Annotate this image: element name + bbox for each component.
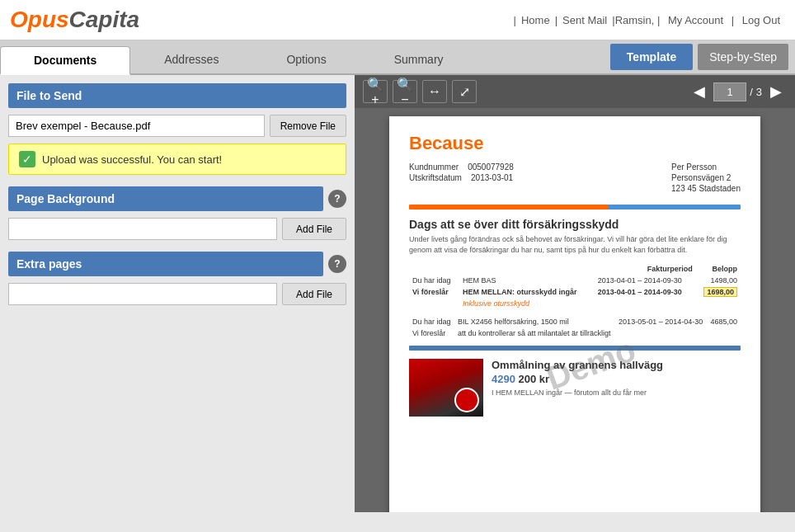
nav-log-out[interactable]: Log Out <box>737 14 785 26</box>
preview-page: Because Kundnummer 0050077928 Utskriftsd… <box>389 116 760 512</box>
file-input-row: Remove File <box>8 115 346 137</box>
table-row: Du har idag HEM BAS 2013-04-01 – 2014-09… <box>409 275 741 286</box>
doc-ad-heading: Ommålning av grannens hallvägg 4290 200 … <box>492 359 663 387</box>
tab-summary[interactable]: Summary <box>360 45 477 73</box>
doc-subtext: Under livets gång förändras ock så behov… <box>409 234 741 255</box>
table-row: Du har idag BIL X2456 helförsäkring, 150… <box>409 316 741 327</box>
doc-table1-col2 <box>459 263 595 275</box>
doc-image <box>409 359 483 417</box>
doc-table1-r1c4: 1498,00 <box>696 275 741 286</box>
total-pages: 3 <box>756 86 762 98</box>
doc-table1-col4: Belopp <box>696 263 741 275</box>
table-row: Vi föreslår att du kontrollerar så att m… <box>409 327 741 339</box>
extra-pages-help-icon[interactable]: ? <box>328 255 346 273</box>
doc-table1-r1c3: 2013-04-01 – 2014-09-30 <box>595 275 696 286</box>
extra-pages-header-row: Extra pages ? <box>8 252 346 276</box>
doc-table2-r1c1: Du har idag <box>409 316 454 327</box>
doc-table1-r2c2: HEM MELLAN: otursskydd ingår <box>459 286 595 298</box>
page-background-add-button[interactable]: Add File <box>282 218 346 240</box>
preview-content: Because Kundnummer 0050077928 Utskriftsd… <box>355 108 795 512</box>
tab-options[interactable]: Options <box>252 45 360 73</box>
doc-table1-r3c2: Inklusive otursskydd <box>459 298 595 309</box>
remove-file-button[interactable]: Remove File <box>270 115 346 137</box>
doc-blue-bar <box>409 346 741 351</box>
file-name-input[interactable] <box>8 115 265 137</box>
doc-table1-r2c3: 2013-04-01 – 2014-09-30 <box>595 286 696 298</box>
doc-table1-r3c4 <box>696 298 741 309</box>
doc-table1-r1c1: Du har idag <box>409 275 459 286</box>
doc-table1-col1 <box>409 263 459 275</box>
page-background-help-icon[interactable]: ? <box>328 190 346 208</box>
extra-pages-header: Extra pages <box>8 252 323 276</box>
page-navigation: ◀ / 3 ▶ <box>689 81 787 102</box>
nav-sent-mail[interactable]: Sent Mail <box>557 14 612 26</box>
template-button[interactable]: Template <box>610 44 693 70</box>
page-background-section: Page Background ? Add File <box>8 186 346 240</box>
doc-orange-bar <box>409 205 741 210</box>
doc-meta-right: Per Persson Personsvägen 2 123 45 Stadst… <box>671 162 741 193</box>
doc-heading: Dags att se över ditt försäkringsskydd <box>409 218 741 231</box>
fit-width-button[interactable]: ↔ <box>422 80 447 103</box>
header: OpusCapita | Home | Sent Mail | Ramsin, … <box>0 0 795 40</box>
doc-ad-content: Ommålning av grannens hallvägg 4290 200 … <box>492 359 663 417</box>
doc-meta-right3: 123 45 Stadstaden <box>671 184 741 193</box>
page-background-add-row: Add File <box>8 218 346 240</box>
doc-meta-label2: Utskriftsdatum 2013-03-01 <box>409 173 514 182</box>
tab-addresses[interactable]: Addresses <box>130 45 252 73</box>
extra-pages-section: Extra pages ? Add File <box>8 252 346 305</box>
page-total: / <box>750 86 753 98</box>
doc-meta-right1: Per Persson <box>671 162 741 172</box>
success-message: ✓ Upload was successful. You can start! <box>8 144 346 175</box>
main: File to Send Remove File ✓ Upload was su… <box>0 75 795 512</box>
doc-table2-r2c2: att du kontrollerar så att milantalet är… <box>454 327 615 339</box>
zoom-out-button[interactable]: 🔍− <box>393 80 417 103</box>
doc-meta-left: Kundnummer 0050077928 Utskriftsdatum 201… <box>409 162 514 193</box>
doc-table1-r3c3 <box>595 298 696 309</box>
nav-user: Ramsin, <box>615 14 655 26</box>
preview-scroll[interactable]: Because Kundnummer 0050077928 Utskriftsd… <box>355 108 795 512</box>
file-to-send-section: File to Send Remove File ✓ Upload was su… <box>8 83 346 175</box>
doc-ad-price2: 200 kr <box>519 373 550 385</box>
page-background-header: Page Background <box>8 186 323 211</box>
logo: OpusCapita <box>10 7 139 33</box>
step-by-step-button[interactable]: Step-by-Step <box>698 44 788 70</box>
page-background-file-input[interactable] <box>8 218 277 240</box>
success-icon: ✓ <box>19 151 35 167</box>
nav-home[interactable]: Home <box>516 14 555 26</box>
tab-documents[interactable]: Documents <box>0 46 130 75</box>
doc-meta: Kundnummer 0050077928 Utskriftsdatum 201… <box>409 162 741 193</box>
doc-table2-r2c4 <box>707 327 741 339</box>
doc-meta-right2: Personsvägen 2 <box>671 173 741 182</box>
nav-sep4: | <box>654 14 663 26</box>
page-background-header-row: Page Background ? <box>8 186 346 211</box>
success-text: Upload was successful. You can start! <box>42 153 222 166</box>
zoom-in-button[interactable]: 🔍+ <box>363 80 388 103</box>
nav-sep5: | <box>728 14 737 26</box>
table-row: Inklusive otursskydd <box>409 298 741 309</box>
doc-table1-r3c1 <box>409 298 459 309</box>
extra-pages-add-row: Add File <box>8 283 346 305</box>
current-page-input[interactable] <box>713 82 746 101</box>
nav-links: | Home | Sent Mail | Ramsin, | My Accoun… <box>514 14 785 26</box>
doc-highlighted-price: 1698,00 <box>703 287 737 297</box>
doc-table2-r2c1: Vi föreslår <box>409 327 454 339</box>
preview-toolbar: 🔍+ 🔍− ↔ ⤢ ◀ / 3 ▶ <box>355 75 795 108</box>
tabbar: Documents Addresses Options Summary Temp… <box>0 40 795 75</box>
extra-pages-add-button[interactable]: Add File <box>282 283 346 305</box>
doc-meta-label1: Kundnummer 0050077928 <box>409 162 514 172</box>
nav-my-account[interactable]: My Account <box>663 14 728 26</box>
doc-company: Because <box>409 133 741 154</box>
doc-ad-price: 4290 <box>492 373 515 385</box>
doc-table2-r1c2: BIL X2456 helförsäkring, 1500 mil <box>454 316 615 327</box>
doc-table2-r2c3 <box>615 327 707 339</box>
doc-ad-sub: I HEM MELLAN ingår — förutom allt du får… <box>492 388 663 397</box>
extra-pages-file-input[interactable] <box>8 283 277 305</box>
doc-table1-r2c4: 1698,00 <box>696 286 741 298</box>
prev-page-button[interactable]: ◀ <box>689 81 710 102</box>
right-panel: 🔍+ 🔍− ↔ ⤢ ◀ / 3 ▶ Because <box>355 75 795 512</box>
fit-page-button[interactable]: ⤢ <box>452 80 477 103</box>
next-page-button[interactable]: ▶ <box>765 81 787 102</box>
doc-table1-col3: Fakturperiod <box>595 263 696 275</box>
doc-table2: Du har idag BIL X2456 helförsäkring, 150… <box>409 316 741 339</box>
left-panel: File to Send Remove File ✓ Upload was su… <box>0 75 355 512</box>
